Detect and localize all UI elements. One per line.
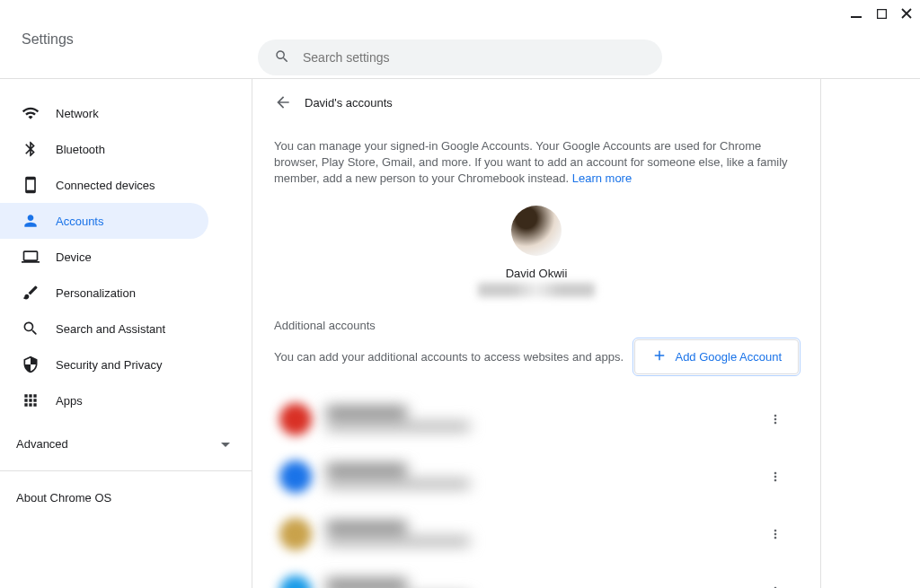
account-row[interactable] xyxy=(274,505,799,563)
account-more-button[interactable] xyxy=(759,403,792,435)
sidebar-advanced[interactable]: Advanced xyxy=(0,426,252,461)
laptop-icon xyxy=(22,248,40,266)
bluetooth-icon xyxy=(22,140,40,158)
sidebar-item-bluetooth[interactable]: Bluetooth xyxy=(0,131,208,167)
profile-avatar xyxy=(511,206,562,256)
chevron-down-icon xyxy=(221,437,230,451)
more-vert-icon xyxy=(768,527,783,541)
search-box[interactable] xyxy=(258,39,662,75)
sidebar-item-label: Security and Privacy xyxy=(56,358,163,372)
account-row[interactable] xyxy=(274,448,799,505)
sidebar-item-label: Connected devices xyxy=(56,179,155,192)
account-more-button[interactable] xyxy=(759,518,792,550)
learn-more-link[interactable]: Learn more xyxy=(572,171,632,185)
profile-email-blurred xyxy=(478,283,595,297)
more-vert-icon xyxy=(768,584,783,588)
account-list xyxy=(274,391,799,588)
back-button[interactable] xyxy=(274,93,292,111)
sidebar-item-label: Device xyxy=(56,250,92,264)
plus-icon xyxy=(651,347,668,366)
sidebar-item-device[interactable]: Device xyxy=(0,239,208,275)
sidebar-item-label: Apps xyxy=(56,394,83,408)
advanced-label: Advanced xyxy=(16,437,68,451)
search-input[interactable] xyxy=(303,50,646,65)
search-icon xyxy=(274,48,290,67)
account-more-button[interactable] xyxy=(759,461,792,493)
account-info-blurred xyxy=(326,407,759,431)
search-icon xyxy=(22,320,40,338)
main-content: David's accounts You can manage your sig… xyxy=(252,79,821,588)
account-avatar xyxy=(279,403,312,435)
sidebar-item-apps[interactable]: Apps xyxy=(0,382,208,418)
sidebar-item-label: Accounts xyxy=(56,215,103,228)
sidebar-item-label: Bluetooth xyxy=(56,143,105,156)
sidebar-item-label: Search and Assistant xyxy=(56,322,165,336)
profile-name: David Okwii xyxy=(506,267,568,280)
sidebar-about[interactable]: About Chrome OS xyxy=(0,480,252,515)
app-title: Settings xyxy=(22,31,74,48)
account-row[interactable] xyxy=(274,563,799,588)
account-avatar xyxy=(279,518,312,550)
shield-icon xyxy=(22,355,40,373)
sidebar-item-network[interactable]: Network xyxy=(0,95,208,131)
sidebar-item-label: Network xyxy=(56,107,99,120)
account-more-button[interactable] xyxy=(759,575,792,588)
account-avatar xyxy=(279,575,312,588)
account-info-blurred xyxy=(326,522,759,546)
add-google-account-button[interactable]: Add Google Account xyxy=(634,339,799,374)
divider xyxy=(0,470,252,471)
page-description: You can manage your signed-in Google Acc… xyxy=(274,138,799,188)
account-info-blurred xyxy=(326,579,759,588)
additional-accounts-hint: You can add your additional accounts to … xyxy=(274,350,624,364)
more-vert-icon xyxy=(768,412,783,426)
more-vert-icon xyxy=(768,470,783,484)
brush-icon xyxy=(22,284,40,302)
sidebar-item-connected-devices[interactable]: Connected devices xyxy=(0,167,208,203)
sidebar: Network Bluetooth Connected devices Acco… xyxy=(0,79,252,588)
account-avatar xyxy=(279,461,312,493)
person-icon xyxy=(22,212,40,230)
sidebar-item-security[interactable]: Security and Privacy xyxy=(0,347,208,382)
sidebar-item-search-assistant[interactable]: Search and Assistant xyxy=(0,311,208,347)
additional-accounts-label: Additional accounts xyxy=(274,319,799,332)
sidebar-item-accounts[interactable]: Accounts xyxy=(0,203,208,239)
account-info-blurred xyxy=(326,464,759,488)
sidebar-item-label: Personalization xyxy=(56,286,136,300)
wifi-icon xyxy=(22,104,40,122)
page-title: David's accounts xyxy=(305,96,393,110)
sidebar-item-personalization[interactable]: Personalization xyxy=(0,275,208,311)
devices-icon xyxy=(22,176,40,194)
account-row[interactable] xyxy=(274,391,799,448)
apps-icon xyxy=(22,391,40,409)
